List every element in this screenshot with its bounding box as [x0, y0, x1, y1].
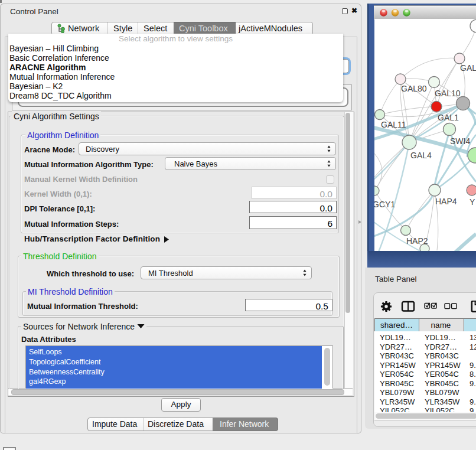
svg-text:HAP2: HAP2 — [406, 236, 428, 246]
svg-text:GAL10: GAL10 — [435, 89, 461, 98]
svg-text:GCY1: GCY1 — [374, 200, 395, 209]
svg-text:SWI4: SWI4 — [450, 136, 470, 146]
svg-text:GAL80: GAL80 — [401, 84, 427, 93]
svg-text:Y: Y — [470, 197, 475, 207]
svg-text:GAL2: GAL2 — [460, 63, 476, 73]
svg-text:HAP4: HAP4 — [435, 197, 457, 206]
svg-text:GAL11: GAL11 — [381, 120, 406, 129]
svg-text:GAL1: GAL1 — [438, 113, 459, 122]
svg-text:GAL4: GAL4 — [410, 151, 432, 160]
